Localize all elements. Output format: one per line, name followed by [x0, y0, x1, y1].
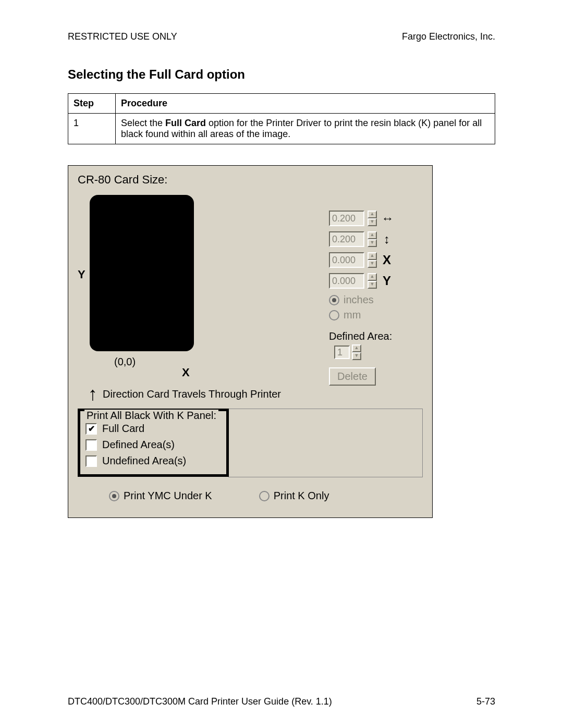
company-label: Fargo Electronics, Inc. — [402, 31, 495, 42]
y-field[interactable]: 0.000 — [329, 273, 364, 289]
x-spinner[interactable]: ▲▼ — [368, 252, 377, 268]
width-spinner[interactable]: ▲▼ — [368, 211, 377, 226]
checkbox-icon — [85, 439, 97, 451]
units-mm[interactable]: mm — [329, 309, 423, 321]
radio-icon — [259, 491, 270, 501]
dialog-title: CR-80 Card Size: — [78, 173, 423, 187]
x-axis-label: X — [182, 366, 319, 379]
page-footer: DTC400/DTC300/DTC300M Card Printer User … — [68, 696, 495, 707]
section-title: Selecting the Full Card option — [68, 67, 495, 82]
printer-dialog: CR-80 Card Size: Y (0,0) X ↑ Direction C… — [68, 165, 433, 518]
checkbox-icon: ✔ — [85, 423, 97, 435]
radio-print-k-only[interactable]: Print K Only — [259, 490, 329, 502]
page-header: RESTRICTED USE ONLY Fargo Electronics, I… — [68, 31, 495, 42]
height-field[interactable]: 0.200 — [329, 231, 364, 247]
th-step: Step — [68, 94, 116, 114]
radio-icon — [109, 491, 119, 501]
units-inches[interactable]: inches — [329, 294, 423, 306]
restricted-label: RESTRICTED USE ONLY — [68, 31, 177, 42]
footer-guide: DTC400/DTC300/DTC300M Card Printer User … — [68, 696, 332, 707]
radio-icon — [329, 295, 339, 305]
x-icon: X — [380, 253, 394, 267]
checkbox-defined-areas[interactable]: Defined Area(s) — [85, 439, 221, 451]
checkbox-undefined-areas[interactable]: Undefined Area(s) — [85, 455, 221, 467]
th-procedure: Procedure — [116, 94, 495, 114]
x-field[interactable]: 0.000 — [329, 252, 364, 268]
kpanel-legend: Print All Black With K Panel: — [84, 410, 218, 422]
step-procedure: Select the Full Card option for the Prin… — [116, 114, 495, 144]
checkbox-icon — [85, 455, 97, 467]
y-spinner[interactable]: ▲▼ — [368, 273, 377, 289]
kpanel-group: Print All Black With K Panel: ✔ Full Car… — [78, 409, 229, 477]
footer-page: 5-73 — [476, 696, 495, 707]
direction-label: Direction Card Travels Through Printer — [103, 388, 281, 400]
defined-area-field[interactable]: 1 — [334, 346, 350, 359]
dimension-controls: 0.200 ▲▼ ↔ 0.200 ▲▼ ↕ 0.000 ▲▼ X 0.000 ▲… — [329, 190, 423, 403]
card-preview — [90, 195, 194, 351]
y-icon: Y — [380, 274, 394, 288]
radio-print-ymc-under-k[interactable]: Print YMC Under K — [109, 490, 212, 502]
empty-group-box — [228, 409, 423, 477]
height-icon: ↕ — [380, 232, 394, 246]
defined-area-spinner[interactable]: ▲▼ — [352, 344, 361, 360]
width-icon: ↔ — [380, 211, 394, 226]
procedure-table: Step Procedure 1 Select the Full Card op… — [68, 93, 495, 144]
width-field[interactable]: 0.200 — [329, 211, 364, 226]
radio-icon — [329, 310, 339, 320]
delete-button[interactable]: Delete — [329, 367, 376, 386]
arrow-up-icon: ↑ — [88, 385, 97, 403]
checkbox-full-card[interactable]: ✔ Full Card — [85, 423, 221, 435]
step-number: 1 — [68, 114, 116, 144]
y-axis-label: Y — [78, 268, 85, 281]
height-spinner[interactable]: ▲▼ — [368, 231, 377, 247]
defined-area-label: Defined Area: — [329, 330, 423, 342]
card-preview-area: Y (0,0) X ↑ Direction Card Travels Throu… — [78, 190, 319, 403]
